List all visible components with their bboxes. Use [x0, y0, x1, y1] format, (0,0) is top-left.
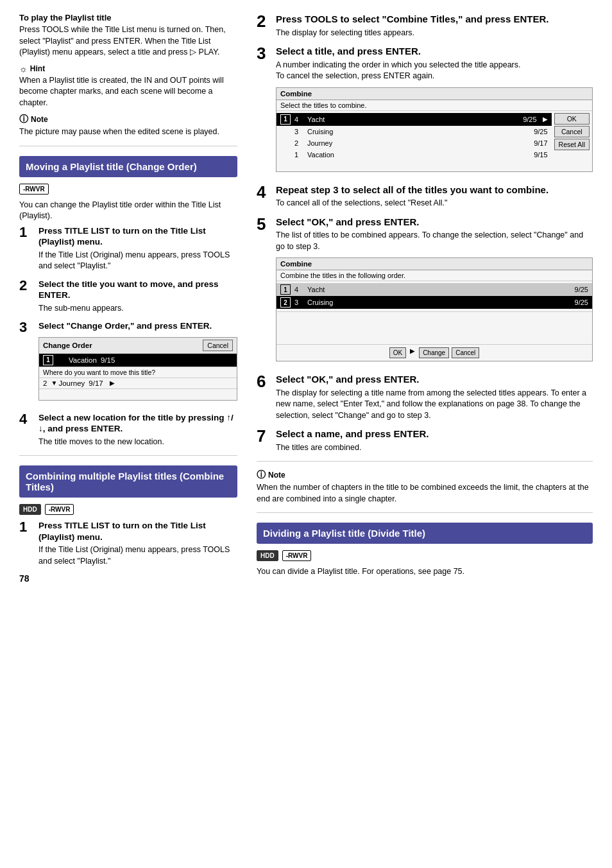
r-step6-number: 6: [257, 373, 271, 421]
section3-header: Dividing a Playlist title (Divide Title): [257, 523, 593, 544]
co-row1-title: Vacation: [69, 356, 97, 364]
combine2-row1-time: 9/25: [575, 286, 588, 293]
combine2-row2[interactable]: 2 3 Cruising 9/25: [276, 296, 592, 309]
r-step7-title: Select a name, and press ENTER.: [276, 428, 593, 440]
combine-row3-idx: 2: [294, 139, 303, 147]
combine2-row1-title: Yacht: [307, 286, 571, 293]
change-order-box: Change Order Cancel 1 Vacation 9/15 Wher…: [38, 337, 237, 401]
combine-row4-idx: 1: [294, 151, 303, 159]
step3: 3 Select "Change Order," and press ENTER…: [19, 320, 237, 406]
step2-title: Select the title you want to move, and p…: [38, 279, 237, 301]
combine-box1-list: 1 4 Yacht 9/25 ▶ 3 Cruising: [276, 111, 552, 171]
combine2-row2-time: 9/25: [575, 299, 588, 306]
r-step3-content: Select a title, and press ENTER. A numbe…: [276, 45, 593, 177]
combine-row1-time: 9/25: [523, 116, 536, 123]
combine-row4[interactable]: 1 Vacation 9/15: [276, 149, 552, 161]
combine-box2-title: Combine: [276, 258, 592, 270]
right-note-body: When the number of chapters in the title…: [257, 482, 593, 505]
reset-all-btn[interactable]: Reset All: [554, 139, 590, 150]
r-step4-number: 4: [257, 184, 271, 209]
hint-block: ☼ Hint When a Playlist title is created,…: [19, 64, 237, 109]
r-step5-title: Select "OK," and press ENTER.: [276, 216, 593, 229]
combine-box1: Combine Select the titles to combine. 1 …: [276, 87, 593, 172]
divider1: [19, 146, 237, 146]
r-step3-body2: To cancel the selection, press ENTER aga…: [276, 71, 593, 82]
combine-row2[interactable]: 3 Cruising 9/25: [276, 126, 552, 137]
combine-box2-bottom-btns: OK ▶ Change Cancel: [276, 344, 592, 361]
note-icon: ⓘ: [19, 114, 28, 125]
combine-row2-title: Cruising: [307, 128, 530, 135]
step1-title: Press TITLE LIST to turn on the Title Li…: [38, 225, 237, 248]
r-step3: 3 Select a title, and press ENTER. A num…: [257, 45, 593, 177]
s2-step1-title: Press TITLE LIST to turn on the Title Li…: [38, 520, 237, 542]
co-cancel-btn[interactable]: Cancel: [203, 340, 233, 351]
right-note-block: ⓘ Note When the number of chapters in th…: [257, 469, 593, 505]
combine2-row1[interactable]: 1 4 Yacht 9/25: [276, 283, 592, 296]
combine-row3[interactable]: 2 Journey 9/17: [276, 137, 552, 149]
combine-box1-content: 1 4 Yacht 9/25 ▶ 3 Cruising: [276, 111, 592, 171]
r-step3-number: 3: [257, 45, 271, 177]
section3-badges: HDD -RWVR: [257, 550, 593, 561]
combine-row1-num: 1: [280, 114, 291, 125]
co-header: Change Order Cancel: [39, 338, 237, 354]
cancel2-btn[interactable]: Cancel: [452, 347, 479, 358]
ok2-btn[interactable]: OK: [389, 347, 406, 358]
r-step6-body: The display for selecting a title name f…: [276, 388, 593, 422]
cancel-btn[interactable]: Cancel: [554, 126, 590, 137]
change-btn[interactable]: Change: [419, 347, 449, 358]
section3-body: You can divide a Playlist title. For ope…: [257, 566, 593, 578]
combine-row1[interactable]: 1 4 Yacht 9/25 ▶: [276, 113, 552, 126]
note-body: The picture may pause when the edited sc…: [19, 126, 237, 138]
right-column: 2 Press TOOLS to select "Combine Titles,…: [257, 13, 593, 584]
badge3-rwvr: -RWVR: [282, 550, 312, 561]
divider2: [19, 455, 237, 456]
playlist-title-heading: To play the Playlist title: [19, 13, 237, 22]
section2-header: Combining multiple Playlist titles (Comb…: [19, 465, 237, 498]
step4-body: The title moves to the new location.: [38, 437, 237, 448]
s2-step1-content: Press TITLE LIST to turn on the Title Li…: [38, 520, 237, 567]
step4: 4 Select a new location for the title by…: [19, 412, 237, 448]
co-box-title: Change Order: [43, 342, 92, 349]
step3-content: Select "Change Order," and press ENTER. …: [38, 320, 237, 406]
combine2-row2-num: 2: [280, 297, 291, 308]
r-step2-content: Press TOOLS to select "Combine Titles," …: [276, 13, 593, 39]
r-step7-body: The titles are combined.: [276, 442, 593, 454]
step2-content: Select the title you want to move, and p…: [38, 279, 237, 315]
combine-row3-time: 9/17: [534, 139, 547, 147]
step1-number: 1: [19, 225, 33, 272]
r-step7-number: 7: [257, 428, 271, 453]
r-step5: 5 Select "OK," and press ENTER. The list…: [257, 216, 593, 367]
co-row1-num: 1: [43, 355, 53, 365]
combine-row3-title: Journey: [307, 139, 530, 147]
step1-content: Press TITLE LIST to turn on the Title Li…: [38, 225, 237, 272]
hint-body: When a Playlist title is created, the IN…: [19, 75, 237, 109]
step4-title: Select a new location for the title by p…: [38, 412, 237, 435]
r-step7: 7 Select a name, and press ENTER. The ti…: [257, 428, 593, 453]
co-row2-title: Journey: [58, 379, 85, 387]
ok-btn[interactable]: OK: [554, 113, 590, 125]
s2-step1-body: If the Title List (Original) menu appear…: [38, 544, 237, 567]
step2-number: 2: [19, 279, 33, 315]
right-note-icon: ⓘ: [257, 469, 266, 481]
note-block: ⓘ Note The picture may pause when the ed…: [19, 114, 237, 138]
step4-number: 4: [19, 412, 33, 448]
combine-row1-idx: 4: [294, 116, 303, 123]
combine-box1-title: Combine: [276, 88, 592, 100]
step3-title: Select "Change Order," and press ENTER.: [38, 320, 237, 332]
r-step4-title: Repeat step 3 to select all of the title…: [276, 184, 593, 196]
combine-box1-subtitle: Select the titles to combine.: [276, 100, 592, 111]
left-column: To play the Playlist title Press TOOLS w…: [19, 13, 237, 584]
section1-badges: -RWVR: [19, 184, 237, 195]
r-step4: 4 Repeat step 3 to select all of the tit…: [257, 184, 593, 209]
hint-icon: ☼: [19, 64, 28, 74]
combine-box2-subtitle: Combine the titles in the following orde…: [276, 270, 592, 281]
section1-intro: You can change the Playlist title order …: [19, 200, 237, 222]
r-step2: 2 Press TOOLS to select "Combine Titles,…: [257, 13, 593, 39]
combine-box2: Combine Combine the titles in the follow…: [276, 257, 593, 361]
combine-row2-time: 9/25: [534, 128, 547, 135]
r-step5-content: Select "OK," and press ENTER. The list o…: [276, 216, 593, 367]
badge2-rwvr: -RWVR: [45, 504, 74, 515]
page-number: 78: [19, 573, 237, 584]
r-step6-content: Select "OK," and press ENTER. The displa…: [276, 373, 593, 421]
combine-row2-idx: 3: [294, 128, 303, 135]
